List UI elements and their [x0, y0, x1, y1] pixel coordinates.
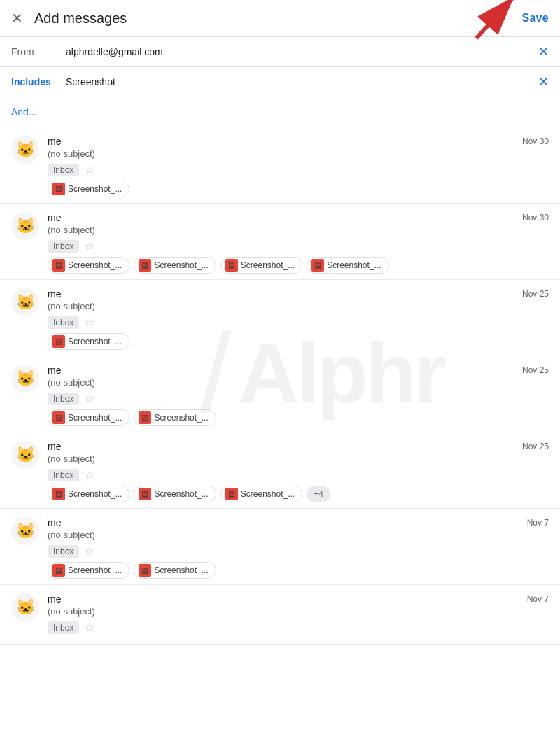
email-item[interactable]: 🐱meNov 7(no subject)Inbox☆Screenshot_...… [0, 509, 560, 585]
attachment-chip[interactable]: Screenshot_... [134, 257, 216, 274]
email-body: meNov 25(no subject)Inbox☆Screenshot_... [48, 288, 549, 350]
email-subject: (no subject) [48, 148, 549, 159]
avatar: 🐱 [11, 593, 39, 621]
email-sender: me [48, 136, 61, 147]
attachment-chip[interactable]: Screenshot_... [48, 409, 130, 426]
svg-line-1 [477, 0, 514, 38]
email-sender: me [48, 212, 61, 223]
email-date: Nov 25 [522, 365, 549, 375]
inbox-badge: Inbox [48, 545, 79, 558]
avatar: 🐱 [11, 365, 39, 393]
email-item[interactable]: 🐱meNov 25(no subject)Inbox☆Screenshot_..… [0, 356, 560, 432]
star-icon[interactable]: ☆ [85, 239, 94, 253]
attachment-file-icon [225, 488, 238, 500]
dialog-title: Add messages [34, 10, 127, 27]
attachment-file-icon [139, 564, 151, 577]
attachment-chip[interactable]: Screenshot_... [220, 257, 302, 274]
email-sender: me [48, 288, 61, 300]
attachment-file-icon [225, 259, 238, 272]
email-item[interactable]: 🐱meNov 25(no subject)Inbox☆Screenshot_..… [0, 280, 560, 356]
header-left: ✕ Add messages [11, 10, 127, 27]
from-filter-clear[interactable]: ✕ [538, 44, 549, 59]
email-item[interactable]: 🐱meNov 7(no subject)Inbox☆ [0, 585, 560, 645]
includes-filter-clear[interactable]: ✕ [538, 74, 549, 90]
attachments: Screenshot_...Screenshot_... [48, 562, 549, 579]
email-subject: (no subject) [48, 301, 549, 311]
attachment-chip[interactable]: Screenshot_... [307, 257, 388, 274]
email-badges: Inbox☆ [48, 239, 549, 253]
star-icon[interactable]: ☆ [85, 392, 94, 405]
close-button[interactable]: ✕ [11, 10, 23, 27]
attachment-chip[interactable]: Screenshot_... [220, 486, 302, 502]
avatar: 🐱 [11, 441, 39, 469]
inbox-badge: Inbox [48, 316, 79, 329]
attachment-name: Screenshot_... [241, 260, 295, 270]
email-badges: Inbox☆ [48, 544, 549, 558]
attachment-chip[interactable]: Screenshot_... [48, 562, 130, 579]
email-item[interactable]: 🐱meNov 25(no subject)Inbox☆Screenshot_..… [0, 432, 560, 509]
inbox-badge: Inbox [48, 469, 79, 481]
attachment-name: Screenshot_... [154, 260, 208, 270]
email-sender: me [48, 365, 61, 376]
star-icon[interactable]: ☆ [85, 468, 94, 481]
email-date: Nov 7 [527, 518, 549, 528]
email-subject: (no subject) [48, 377, 549, 388]
save-button[interactable]: Save [522, 12, 549, 24]
email-subject: (no subject) [48, 453, 549, 464]
attachment-file-icon [312, 259, 324, 272]
star-icon[interactable]: ☆ [85, 621, 94, 634]
attachment-file-icon [139, 259, 151, 272]
email-subject: (no subject) [48, 530, 549, 540]
attachment-file-icon [52, 259, 65, 272]
attachment-name: Screenshot_... [154, 565, 208, 575]
inbox-badge: Inbox [48, 393, 79, 405]
email-sender: me [48, 593, 61, 605]
star-icon[interactable]: ☆ [85, 163, 94, 176]
email-date: Nov 30 [522, 213, 549, 223]
avatar: 🐱 [11, 288, 39, 316]
from-filter-value: alphrdelle@gmail.com [66, 46, 533, 57]
attachment-name: Screenshot_... [68, 565, 122, 575]
attachment-name: Screenshot_... [154, 413, 208, 423]
attachment-name: Screenshot_... [68, 184, 122, 194]
attachment-name: Screenshot_... [327, 260, 381, 270]
and-link[interactable]: And... [11, 106, 37, 118]
star-icon[interactable]: ☆ [85, 544, 94, 558]
inbox-badge: Inbox [48, 621, 79, 634]
attachment-chip[interactable]: Screenshot_... [134, 486, 216, 502]
avatar: 🐱 [11, 517, 39, 545]
email-body: meNov 7(no subject)Inbox☆ [48, 593, 549, 638]
and-row: And... [0, 97, 560, 127]
dialog-header: ✕ Add messages Save [0, 0, 560, 37]
attachment-file-icon [52, 183, 65, 195]
includes-filter-row: Includes Screenshot ✕ [0, 67, 560, 97]
attachments: Screenshot_... [48, 181, 549, 197]
attachment-chip[interactable]: Screenshot_... [134, 562, 216, 579]
email-badges: Inbox☆ [48, 163, 549, 176]
email-list: 🐱meNov 30(no subject)Inbox☆Screenshot_..… [0, 127, 560, 645]
attachments: Screenshot_...Screenshot_...Screenshot_.… [48, 486, 549, 502]
email-sender: me [48, 441, 61, 452]
attachment-chip[interactable]: Screenshot_... [48, 486, 130, 502]
attachment-name: Screenshot_... [68, 337, 122, 346]
attachments: Screenshot_... [48, 333, 549, 350]
inbox-badge: Inbox [48, 240, 79, 253]
attachment-chip[interactable]: Screenshot_... [48, 181, 130, 197]
email-item[interactable]: 🐱meNov 30(no subject)Inbox☆Screenshot_..… [0, 127, 560, 204]
email-item[interactable]: 🐱meNov 30(no subject)Inbox☆Screenshot_..… [0, 204, 560, 280]
attachment-chip[interactable]: Screenshot_... [134, 409, 216, 426]
avatar: 🐱 [11, 136, 39, 164]
email-date: Nov 30 [522, 136, 549, 146]
attachment-chip[interactable]: Screenshot_... [48, 257, 130, 274]
attachment-chip[interactable]: Screenshot_... [48, 333, 130, 350]
attachment-name: Screenshot_... [241, 489, 295, 499]
email-badges: Inbox☆ [48, 468, 549, 481]
email-body: meNov 30(no subject)Inbox☆Screenshot_...… [48, 212, 549, 274]
email-date: Nov 25 [522, 289, 549, 299]
email-body: meNov 7(no subject)Inbox☆Screenshot_...S… [48, 517, 549, 579]
attachment-file-icon [52, 335, 65, 348]
email-body: meNov 25(no subject)Inbox☆Screenshot_...… [48, 365, 549, 426]
star-icon[interactable]: ☆ [85, 316, 94, 329]
attachment-file-icon [52, 564, 65, 577]
email-badges: Inbox☆ [48, 392, 549, 405]
